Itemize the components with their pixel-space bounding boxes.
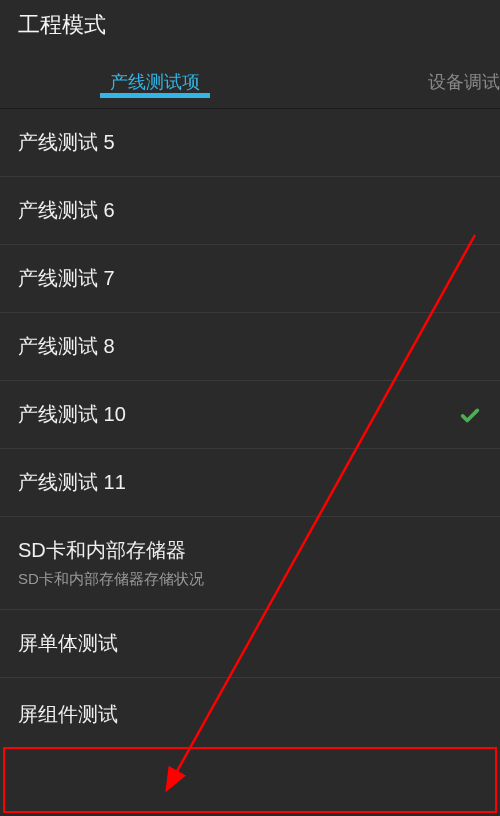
list-item[interactable]: 屏单体测试 bbox=[0, 610, 500, 678]
item-title: 产线测试 8 bbox=[18, 333, 115, 360]
list-item[interactable]: SD卡和内部存储器 SD卡和内部存储器存储状况 bbox=[0, 517, 500, 610]
tab-label-active: 产线测试项 bbox=[110, 72, 200, 92]
list-item-screen-component-test[interactable]: 屏组件测试 bbox=[0, 678, 500, 751]
list-item[interactable]: 产线测试 11 bbox=[0, 449, 500, 517]
check-icon bbox=[458, 403, 482, 427]
tab-active-indicator bbox=[100, 93, 210, 98]
page-title: 工程模式 bbox=[18, 10, 482, 40]
list-item[interactable]: 产线测试 5 bbox=[0, 109, 500, 177]
item-title: 产线测试 10 bbox=[18, 401, 126, 428]
annotation-highlight-box bbox=[3, 747, 497, 813]
item-subtitle: SD卡和内部存储器存储状况 bbox=[18, 570, 204, 589]
list-item[interactable]: 产线测试 8 bbox=[0, 313, 500, 381]
item-title: 屏单体测试 bbox=[18, 630, 118, 657]
item-title: 屏组件测试 bbox=[18, 701, 118, 728]
tab-bar: 产线测试项 设备调试 bbox=[0, 58, 500, 109]
tab-production-test[interactable]: 产线测试项 bbox=[0, 58, 310, 108]
list-item[interactable]: 产线测试 6 bbox=[0, 177, 500, 245]
tab-label-inactive: 设备调试 bbox=[428, 72, 500, 92]
test-list: 产线测试 5 产线测试 6 产线测试 7 产线测试 8 产线测试 10 产线测试… bbox=[0, 109, 500, 751]
item-title: SD卡和内部存储器 bbox=[18, 537, 204, 564]
item-title: 产线测试 5 bbox=[18, 129, 115, 156]
tab-device-debug[interactable]: 设备调试 bbox=[310, 58, 500, 108]
item-title: 产线测试 6 bbox=[18, 197, 115, 224]
item-title: 产线测试 11 bbox=[18, 469, 126, 496]
header: 工程模式 bbox=[0, 0, 500, 58]
item-title: 产线测试 7 bbox=[18, 265, 115, 292]
list-item[interactable]: 产线测试 10 bbox=[0, 381, 500, 449]
list-item[interactable]: 产线测试 7 bbox=[0, 245, 500, 313]
